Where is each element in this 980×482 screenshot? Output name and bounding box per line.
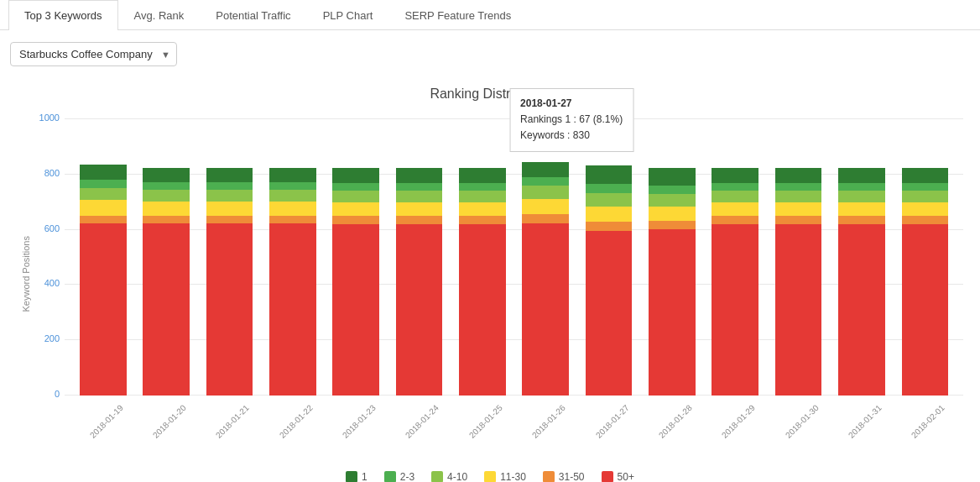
bar-stack: [712, 168, 758, 396]
bar-group[interactable]: 2018-01-22: [263, 118, 322, 396]
bar-segment-rank50plus: [206, 223, 253, 396]
legend-color-box: [484, 471, 496, 482]
bar-segment-rank11_30: [206, 202, 253, 215]
bar-segment-rank31_50: [712, 216, 758, 224]
bar-segment-rank11_30: [775, 202, 822, 216]
legend-color-box: [384, 471, 396, 482]
bar-segment-rank50plus: [332, 224, 379, 396]
bar-stack: [269, 168, 316, 396]
tab-serp-feature-trends[interactable]: SERP Feature Trends: [388, 0, 527, 30]
bar-group[interactable]: 2018-01-272018-01-27Rankings 1 : 67 (8.1…: [579, 118, 639, 396]
tab-potential-traffic[interactable]: Potential Traffic: [200, 0, 306, 30]
bar-segment-rank31_50: [143, 216, 190, 224]
bar-segment-rank31_50: [586, 222, 633, 231]
tab-top-3-keywords[interactable]: Top 3 Keywords: [8, 0, 118, 30]
bar-segment-rank2_3: [838, 183, 885, 191]
x-tick-label: 2018-01-29: [720, 403, 757, 440]
chart-area: Keyword Positions 10008006004002000 2018…: [17, 118, 963, 429]
bar-stack: [902, 168, 949, 396]
bar-segment-rank4_10: [586, 193, 633, 207]
x-tick-label: 2018-01-26: [530, 403, 567, 440]
bar-segment-rank31_50: [649, 221, 696, 229]
bar-group[interactable]: 2018-01-21: [200, 118, 259, 396]
x-tick-label: 2018-01-25: [467, 403, 504, 440]
x-tick-label: 2018-01-19: [88, 403, 125, 440]
bar-segment-rank2_3: [396, 183, 443, 191]
bar-segment-rank1: [775, 168, 822, 182]
bar-segment-rank11_30: [586, 207, 633, 222]
legend-item-2-3: 2-3: [384, 471, 414, 482]
bar-stack: [586, 165, 633, 396]
legend-color-box: [431, 471, 443, 482]
bar-segment-rank11_30: [396, 202, 443, 216]
bar-segment-rank50plus: [902, 224, 949, 396]
bar-segment-rank1: [80, 165, 127, 180]
bar-group[interactable]: 2018-01-24: [389, 118, 449, 396]
bar-stack: [775, 168, 822, 396]
x-tick-label: 2018-01-28: [657, 403, 694, 440]
bar-segment-rank50plus: [80, 223, 127, 396]
bar-segment-rank50plus: [143, 223, 190, 396]
bar-group[interactable]: 2018-01-20: [136, 118, 195, 396]
bar-segment-rank2_3: [902, 183, 949, 191]
x-tick-label: 2018-01-27: [593, 403, 630, 440]
legend-label: 1: [362, 471, 368, 482]
bar-segment-rank1: [838, 168, 885, 182]
x-tick-label: 2018-01-22: [278, 403, 315, 440]
chart-inner: 10008006004002000 2018-01-192018-01-2020…: [31, 118, 963, 429]
bar-segment-rank1: [269, 168, 316, 182]
bar-group[interactable]: 2018-01-31: [831, 118, 891, 396]
bar-segment-rank2_3: [80, 180, 127, 188]
legend-label: 31-50: [559, 471, 585, 482]
bar-segment-rank31_50: [269, 216, 316, 224]
bar-segment-rank4_10: [902, 191, 949, 202]
y-tick-label: 0: [33, 389, 60, 399]
bar-segment-rank4_10: [80, 188, 127, 201]
bar-segment-rank50plus: [269, 223, 316, 396]
legend: 12-34-1011-3031-5050+: [17, 471, 963, 482]
x-tick-label: 2018-01-21: [214, 403, 251, 440]
bar-group[interactable]: 2018-01-23: [326, 118, 385, 396]
company-select-wrapper[interactable]: Starbucks Coffee Company ▼: [10, 42, 177, 66]
toolbar: Starbucks Coffee Company ▼: [0, 30, 980, 78]
bar-group[interactable]: 2018-02-01: [895, 118, 955, 396]
legend-label: 4-10: [447, 471, 467, 482]
bar-group[interactable]: 2018-01-29: [706, 118, 765, 396]
legend-label: 2-3: [400, 471, 414, 482]
bar-segment-rank1: [332, 168, 379, 182]
bar-group[interactable]: 2018-01-25: [452, 118, 512, 396]
y-tick-label: 400: [33, 278, 60, 288]
bar-group[interactable]: 2018-01-28: [642, 118, 701, 396]
bar-segment-rank4_10: [143, 190, 190, 202]
bar-segment-rank31_50: [902, 216, 949, 224]
bar-segment-rank4_10: [206, 190, 253, 202]
bar-segment-rank4_10: [332, 191, 379, 202]
bar-segment-rank31_50: [80, 216, 127, 224]
bar-segment-rank4_10: [269, 190, 316, 202]
bar-segment-rank4_10: [838, 191, 885, 202]
tab-plp-chart[interactable]: PLP Chart: [307, 0, 389, 30]
tab-avg.-rank[interactable]: Avg. Rank: [118, 0, 201, 30]
bar-segment-rank2_3: [586, 184, 633, 193]
bar-segment-rank50plus: [522, 223, 569, 396]
bar-segment-rank11_30: [332, 202, 379, 216]
bar-segment-rank31_50: [459, 216, 506, 224]
bar-segment-rank4_10: [712, 191, 758, 202]
chart-title: Ranking Distribution: [17, 86, 963, 102]
bar-stack: [396, 168, 443, 396]
bar-segment-rank50plus: [459, 224, 506, 396]
tabs-container: Top 3 KeywordsAvg. RankPotential Traffic…: [0, 0, 980, 30]
company-select[interactable]: Starbucks Coffee Company: [10, 42, 177, 66]
legend-color-box: [543, 471, 555, 482]
bar-stack: [649, 168, 696, 396]
bar-segment-rank2_3: [649, 186, 696, 194]
bar-stack: [522, 162, 569, 396]
bar-group[interactable]: 2018-01-30: [769, 118, 828, 396]
x-tick-label: 2018-01-20: [151, 403, 188, 440]
bar-group[interactable]: 2018-01-19: [73, 118, 133, 396]
bar-group[interactable]: 2018-01-26: [516, 118, 576, 396]
bar-segment-rank50plus: [586, 231, 633, 396]
bar-segment-rank1: [586, 165, 633, 184]
bar-segment-rank4_10: [649, 194, 696, 207]
y-tick-label: 800: [33, 168, 60, 178]
